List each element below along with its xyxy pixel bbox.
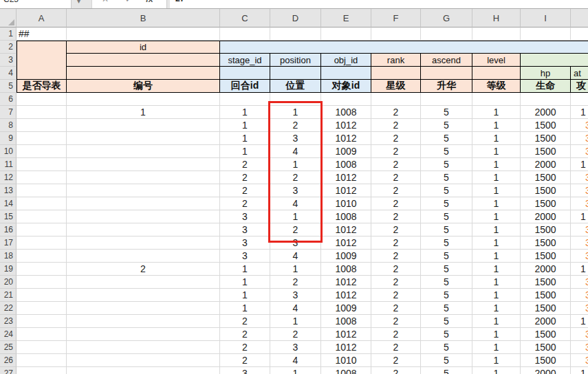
cell[interactable]: 1: [472, 197, 521, 210]
cell[interactable]: [17, 341, 67, 354]
cell[interactable]: 2: [371, 236, 421, 250]
cell[interactable]: [17, 250, 67, 263]
header-cell[interactable]: stage_id: [220, 54, 270, 67]
row-number[interactable]: 5: [0, 80, 17, 93]
cell[interactable]: 1008: [321, 158, 371, 171]
cell[interactable]: 1009: [321, 145, 371, 158]
header-cell[interactable]: [67, 67, 220, 80]
cell[interactable]: 3: [571, 171, 588, 184]
cell[interactable]: [220, 93, 270, 106]
row-number[interactable]: 19: [0, 263, 17, 276]
cell[interactable]: 5: [421, 302, 472, 315]
cell[interactable]: 2000: [521, 367, 571, 374]
row-number[interactable]: 15: [0, 210, 17, 223]
row-number[interactable]: 13: [0, 184, 17, 197]
header-cell[interactable]: 生命: [521, 80, 571, 93]
cell[interactable]: [17, 315, 67, 328]
cell[interactable]: 5: [421, 106, 472, 119]
cell[interactable]: 5: [421, 158, 472, 171]
row-number[interactable]: 27: [0, 367, 17, 374]
cell[interactable]: 2: [371, 197, 421, 210]
cell[interactable]: [67, 367, 220, 374]
cell[interactable]: 2: [220, 197, 270, 210]
row-number[interactable]: 21: [0, 289, 17, 302]
cell[interactable]: 1: [571, 367, 588, 374]
cell[interactable]: [17, 263, 67, 276]
cell[interactable]: 1500: [521, 289, 571, 302]
cell[interactable]: 3: [571, 341, 588, 354]
cell[interactable]: 1: [571, 210, 588, 223]
cell[interactable]: 5: [421, 223, 472, 236]
cell[interactable]: ##: [17, 28, 67, 41]
cell[interactable]: 3: [220, 210, 270, 223]
cell[interactable]: [472, 93, 521, 106]
header-cell[interactable]: [67, 54, 220, 67]
cell[interactable]: [321, 93, 371, 106]
header-cell[interactable]: [220, 67, 270, 80]
header-cell[interactable]: [421, 67, 472, 80]
cell[interactable]: 1: [472, 223, 521, 236]
cell[interactable]: [67, 328, 220, 341]
cell[interactable]: 1: [571, 106, 588, 119]
cell[interactable]: 3: [220, 236, 270, 250]
header-cell[interactable]: [472, 67, 521, 80]
column-header-J[interactable]: [571, 9, 588, 28]
row-number[interactable]: 14: [0, 197, 17, 210]
cell[interactable]: [421, 28, 472, 41]
cell[interactable]: [270, 28, 321, 41]
cell[interactable]: 4: [270, 354, 321, 367]
cell[interactable]: 3: [571, 289, 588, 302]
cell[interactable]: [67, 354, 220, 367]
cell[interactable]: [17, 119, 67, 132]
cell[interactable]: 2000: [521, 263, 571, 276]
cell[interactable]: 3: [270, 184, 321, 197]
cell[interactable]: [67, 210, 220, 223]
cell[interactable]: 2: [371, 171, 421, 184]
cell[interactable]: 5: [421, 367, 472, 374]
cell[interactable]: 1500: [521, 119, 571, 132]
cell[interactable]: 5: [421, 145, 472, 158]
cell[interactable]: [67, 93, 220, 106]
cancel-icon[interactable]: ✕: [102, 0, 109, 4]
formula-input[interactable]: 27: [170, 0, 588, 8]
cell[interactable]: 2: [220, 171, 270, 184]
header-cell[interactable]: id: [67, 41, 220, 54]
cell[interactable]: 1008: [321, 315, 371, 328]
cell[interactable]: 2: [270, 276, 321, 289]
cell[interactable]: 1500: [521, 171, 571, 184]
cell[interactable]: 2: [270, 328, 321, 341]
cell[interactable]: 1: [220, 106, 270, 119]
cell[interactable]: 5: [421, 132, 472, 145]
cell[interactable]: 5: [421, 171, 472, 184]
cell[interactable]: 1: [472, 302, 521, 315]
cell[interactable]: 1500: [521, 341, 571, 354]
cell[interactable]: 1: [571, 158, 588, 171]
cell[interactable]: [472, 28, 521, 41]
cell[interactable]: [371, 93, 421, 106]
header-cell[interactable]: 等级: [472, 80, 521, 93]
row-number[interactable]: 11: [0, 158, 17, 171]
cell[interactable]: 2: [220, 328, 270, 341]
row-number[interactable]: 2: [0, 41, 17, 54]
cell[interactable]: 4: [270, 250, 321, 263]
cell[interactable]: 1: [220, 276, 270, 289]
cell[interactable]: [67, 145, 220, 158]
cell[interactable]: 1500: [521, 236, 571, 250]
cell[interactable]: 3: [571, 250, 588, 263]
cell[interactable]: 1009: [321, 250, 371, 263]
column-header-H[interactable]: H: [472, 9, 521, 28]
cell[interactable]: [17, 223, 67, 236]
header-cell[interactable]: hp: [521, 67, 571, 80]
cell[interactable]: 1: [67, 106, 220, 119]
cell[interactable]: [17, 328, 67, 341]
cell[interactable]: 1: [472, 210, 521, 223]
cell[interactable]: 1012: [321, 276, 371, 289]
column-header-B[interactable]: B: [67, 9, 220, 28]
cell[interactable]: 1010: [321, 197, 371, 210]
cell[interactable]: 3: [571, 184, 588, 197]
cell[interactable]: [67, 132, 220, 145]
cell[interactable]: 2: [371, 328, 421, 341]
column-header-C[interactable]: C: [220, 9, 270, 28]
cell[interactable]: 1012: [321, 341, 371, 354]
row-number[interactable]: 1: [0, 28, 17, 41]
